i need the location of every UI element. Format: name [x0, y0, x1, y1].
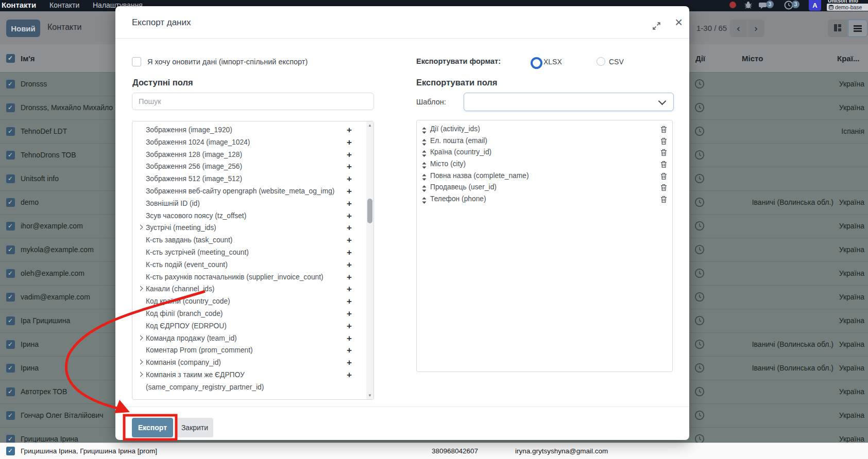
pager-next-button[interactable]: › [747, 20, 764, 37]
clock-icon[interactable] [694, 221, 705, 233]
radio-csv[interactable] [597, 57, 605, 66]
expand-chevron-icon[interactable] [138, 372, 143, 377]
row-checkbox[interactable] [6, 387, 15, 396]
bug-icon[interactable] [744, 1, 753, 11]
clock-icon[interactable] [694, 292, 705, 304]
radio-xlsx[interactable] [531, 57, 542, 69]
available-field-item[interactable]: К-сть зустрічей (meeting_count) + [132, 246, 359, 259]
available-field-item[interactable]: Зображення веб-сайту opengraph (website_… [132, 185, 359, 198]
add-field-icon[interactable]: + [347, 259, 352, 271]
expand-chevron-icon[interactable] [138, 225, 143, 230]
clock-icon[interactable] [694, 197, 705, 209]
add-field-icon[interactable]: + [347, 124, 352, 136]
scroll-up-icon[interactable]: ▲ [366, 123, 373, 128]
row-checkbox[interactable] [6, 316, 15, 325]
database-tag[interactable]: demo-base [827, 4, 868, 11]
table-row[interactable]: Грицишина Ірина, Грицишина Ірина [prom] … [0, 443, 868, 459]
available-field-item[interactable]: Компанія з таким же ЄДРПОУ (same_company… [132, 369, 359, 394]
kanban-view-button[interactable] [828, 20, 847, 37]
add-field-icon[interactable]: + [347, 369, 352, 381]
clock-icon[interactable] [694, 339, 705, 351]
add-field-icon[interactable]: + [347, 283, 352, 295]
clock-icon[interactable] [694, 268, 705, 280]
add-field-icon[interactable]: + [347, 344, 352, 357]
row-checkbox[interactable] [6, 340, 15, 349]
row-checkbox[interactable] [6, 103, 15, 112]
clock-icon[interactable] [694, 102, 705, 114]
available-field-item[interactable]: Код країни (country_code) + [132, 295, 359, 308]
row-checkbox[interactable] [6, 198, 15, 207]
new-button[interactable]: Новий [6, 20, 40, 37]
available-field-item[interactable]: К-сть рахунків постачальників (supplier_… [132, 271, 359, 284]
add-field-icon[interactable]: + [347, 246, 352, 259]
radio-csv-label[interactable]: CSV [609, 58, 624, 66]
available-field-item[interactable]: К-сть завдань (task_count) + [132, 234, 359, 246]
breadcrumb[interactable]: Контакти [47, 23, 82, 32]
row-checkbox[interactable] [6, 245, 15, 254]
available-field-item[interactable]: Зображення 128 (image_128) + [132, 149, 359, 161]
add-field-icon[interactable]: + [347, 234, 352, 246]
selected-field-item[interactable]: Країна (country_id) [417, 147, 672, 158]
available-field-item[interactable]: Зображення 256 (image_256) + [132, 161, 359, 173]
add-field-icon[interactable]: + [347, 308, 352, 320]
add-field-icon[interactable]: + [347, 136, 352, 149]
expand-chevron-icon[interactable] [138, 286, 143, 291]
available-field-item[interactable]: Зображення (image_1920) + [132, 124, 359, 136]
drag-handle-icon[interactable] [422, 196, 427, 208]
selected-field-item[interactable]: Повна назва (complete_name) [417, 170, 672, 182]
available-field-item[interactable]: Зовнішній ID (id) + [132, 198, 359, 210]
add-field-icon[interactable]: + [347, 149, 352, 161]
row-checkbox[interactable] [6, 364, 15, 373]
menu-contacts[interactable]: Контакти [49, 1, 79, 9]
clock-icon[interactable] [694, 126, 705, 138]
add-field-icon[interactable]: + [347, 161, 352, 173]
add-field-icon[interactable]: + [347, 173, 352, 185]
radio-xlsx-label[interactable]: XLSX [543, 58, 562, 66]
template-select[interactable] [464, 93, 674, 111]
list-view-button[interactable] [848, 20, 867, 37]
selected-field-item[interactable]: Продавець (user_id) [417, 182, 672, 193]
update-data-checkbox[interactable] [132, 57, 141, 66]
add-field-icon[interactable]: + [347, 222, 352, 234]
add-field-icon[interactable]: + [347, 332, 352, 345]
available-field-item[interactable]: Команда продажу (team_id) + [132, 332, 359, 345]
add-field-icon[interactable]: + [347, 210, 352, 222]
close-button[interactable]: Закрити [176, 418, 213, 437]
available-field-item[interactable]: К-сть подій (event_count) + [132, 259, 359, 271]
row-checkbox[interactable] [6, 127, 15, 136]
clock-icon[interactable] [694, 315, 705, 327]
row-checkbox[interactable] [6, 80, 15, 89]
select-all-checkbox[interactable] [6, 54, 15, 63]
available-field-item[interactable]: Зображення 512 (image_512) + [132, 173, 359, 185]
row-checkbox[interactable] [6, 222, 15, 231]
clock-icon[interactable] [694, 244, 705, 256]
add-field-icon[interactable]: + [347, 185, 352, 198]
clock-icon[interactable] [694, 386, 705, 398]
expand-chevron-icon[interactable] [138, 335, 143, 340]
selected-field-item[interactable]: Дії (activity_ids) [417, 123, 672, 135]
field-search-input[interactable] [132, 93, 374, 110]
row-checkbox[interactable] [6, 151, 15, 160]
available-field-item[interactable]: Компанія (company_id) + [132, 357, 359, 369]
trash-icon[interactable] [660, 196, 667, 207]
column-header-city[interactable]: Місто [742, 54, 763, 63]
scroll-down-icon[interactable]: ▼ [366, 393, 373, 398]
column-header-name[interactable]: Ім'я [21, 54, 35, 63]
add-field-icon[interactable]: + [347, 320, 352, 332]
export-button[interactable]: Експорт [132, 418, 173, 437]
column-header-actions[interactable]: Дії [695, 54, 705, 63]
add-field-icon[interactable]: + [347, 198, 352, 210]
row-checkbox[interactable] [6, 269, 15, 278]
clock-icon[interactable] [694, 363, 705, 375]
available-field-item[interactable]: Код ЄДРПОУ (EDRPOU) + [132, 320, 359, 332]
app-brand[interactable]: Контакти [2, 1, 36, 9]
clock-icon[interactable] [694, 173, 705, 185]
selected-field-item[interactable]: Телефон (phone) [417, 193, 672, 205]
available-field-item[interactable]: Зустрічі (meeting_ids) + [132, 222, 359, 234]
clock-icon[interactable] [694, 79, 705, 91]
clock-icon[interactable] [694, 150, 705, 162]
close-dialog-icon[interactable]: × [675, 15, 683, 29]
expand-dialog-icon[interactable] [652, 22, 661, 32]
available-field-item[interactable]: Зображення 1024 (image_1024) + [132, 136, 359, 149]
available-field-item[interactable]: Коментар Prom (prom_comment) + [132, 344, 359, 357]
